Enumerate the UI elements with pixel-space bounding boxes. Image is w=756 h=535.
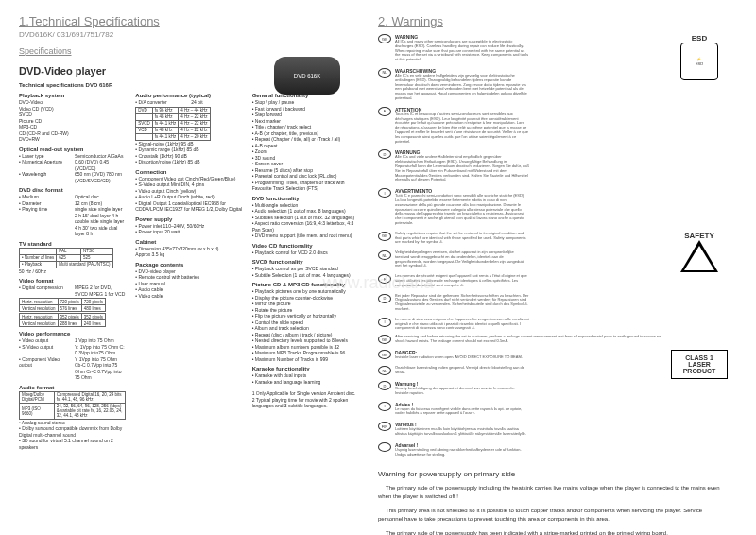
notice: GBWARNINGAll ICs and many other semicond… xyxy=(378,34,529,62)
list-item: • Maximum MP3 Tracks Programmable is 96 xyxy=(252,350,359,356)
general-func-list: • Stop / play / pause• Fast forward / ba… xyxy=(252,99,359,192)
audio-perf-title: Audio performance (typical) xyxy=(135,93,242,98)
connection-title: Connection xyxy=(135,169,242,175)
notice: NLOnzichtbare laserstraling indien geope… xyxy=(378,366,529,375)
psu-para: The primary side of the powersupply incl… xyxy=(378,484,728,501)
esd-row: GBWARNINGAll ICs and many other semicond… xyxy=(378,34,728,226)
list-item: • Digital Output 1 coaxial/optical IEC95… xyxy=(135,200,242,213)
notice: DBei jeder Reparatur sind die geltenden … xyxy=(378,294,529,312)
esd-icon: ⚡ESD xyxy=(680,43,718,80)
notice-text: Safety regulations require that the set … xyxy=(395,232,529,245)
package-title: Package contents xyxy=(135,262,242,268)
lang-badge: I xyxy=(378,402,391,411)
lang-badge: NL xyxy=(378,68,391,78)
list-item: • Audio selection (1 out of max. 8 langu… xyxy=(252,208,359,215)
video-dvd-table: Horiz. resolution720 pixels720 pixels Ve… xyxy=(19,298,106,312)
list-item: • Aspect ratio conversion (16:9, 4:3 let… xyxy=(252,220,359,233)
lang-badge: GB xyxy=(378,335,391,344)
left-heading: 1.Technical Specifications xyxy=(19,14,359,28)
audio-format-table: Mpeg/Dolby Digital/PCMCompressed Digital… xyxy=(19,391,126,420)
video-vcd-table: Horiz. resolution352 pixels352 pixels Ve… xyxy=(19,313,106,327)
safety-row: GBSafety regulations require that the se… xyxy=(378,232,728,345)
safety-notices: GBSafety regulations require that the se… xyxy=(378,232,662,345)
notice-text: Gravity beschädigung der apparaat et dom… xyxy=(395,387,529,396)
lang-badge: F xyxy=(378,274,391,284)
notice: ILe norme di sicurezza esigono che l'app… xyxy=(378,318,529,331)
notice: FLes normes de sécurité exigent que l'ap… xyxy=(378,274,529,287)
psu-warning-heading: Warning for powersupply on primary side xyxy=(378,470,728,478)
spec-row: • Numerical Aperture0.60 (DVD) 0.45 (VCD… xyxy=(19,159,126,171)
spec-row: • Playing timesingle side single layer 2… xyxy=(19,206,126,237)
lang-badge xyxy=(378,442,391,452)
danger-notices: GBDANGER:Invisible laser radiation when … xyxy=(378,350,662,457)
list-item: • Karaoke and language learning xyxy=(252,379,359,386)
notice-text: Tous les IC et beaucoup d'autres semi-co… xyxy=(395,112,529,145)
psu-para: The primary side of the powersupply has … xyxy=(378,529,728,535)
lang-badge: I xyxy=(378,318,391,327)
esd-notices: GBWARNINGAll ICs and many other semicond… xyxy=(378,34,662,226)
notice-text: Les normes de sécurité exigent que l'app… xyxy=(395,274,529,287)
spec-subhead: Specifications xyxy=(19,46,359,56)
spec-row: • Wavelength650 nm (DVD) 780 nm (VCD/SVC… xyxy=(19,171,126,183)
lang-badge: NL xyxy=(378,366,391,375)
tv-std-title: TV standard xyxy=(19,241,126,247)
spec-row: • Component Video outputY 1Vpp into 75 O… xyxy=(19,356,126,381)
notice: NLVeiligheidsbepalingen vereisen, dat he… xyxy=(378,250,529,268)
psu-para: This primary area is not shielded so it … xyxy=(378,507,728,524)
page-spread: 1.Technical Specifications DVD616K/ 031/… xyxy=(0,0,756,535)
disc-badge: DVD 616K xyxy=(274,57,340,95)
notice: GBDANGER:Invisible laser radiation when … xyxy=(378,350,529,360)
tv-std-table: PALNTSC • Number of lines625525 • Playba… xyxy=(19,248,113,268)
svcd-func-title: SVCD functionality xyxy=(252,259,359,265)
spec-row: • Digital compressionMPEG 2 for DVD, SVC… xyxy=(19,285,126,297)
notice: DWarnung !Gravity beschädigung der appar… xyxy=(378,381,529,396)
footnote: 1 Only Applicable for Single version Amb… xyxy=(252,390,359,397)
notice: GBSafety regulations require that the se… xyxy=(378,232,529,245)
audio-perf-table: DVDfs 96 kHz4 Hz – 44 kHz fs 48 kHz4 Hz … xyxy=(135,107,210,141)
notice: FINVaroitus !Laitteen käyttäminen muulla… xyxy=(378,422,529,437)
notice-text: Laitteen käyttäminen muulla kuin käyttöo… xyxy=(395,427,529,437)
karaoke-title: Karaoke functionality xyxy=(252,366,359,371)
lang-badge: GB xyxy=(378,350,391,359)
video-perf-rows: • Video output1 Vpp into 75 Ohm • S-Vide… xyxy=(19,337,126,381)
video-format-title: Video format xyxy=(19,278,126,284)
model-line: DVD616K/ 031/691/751/782 xyxy=(19,30,359,39)
list-item: • Video cable xyxy=(135,293,242,300)
spec-col-b: Audio performance (typical) • D/A conver… xyxy=(135,89,242,450)
list-item: DVD+RW xyxy=(19,136,126,143)
esd-label: ESD xyxy=(692,34,707,43)
playback-list: DVD-Video Video CD (VCD) SVCD Picture CD… xyxy=(19,99,126,143)
list-item: • DVD menu support (title menu and root … xyxy=(252,233,359,239)
notice-text: Invisible laser radiation when open. AVO… xyxy=(395,355,529,360)
list-item: • Maximum Number of Tracks is 999 xyxy=(252,356,359,363)
cleaning-notice: GB After servicing and before returning … xyxy=(378,335,662,344)
list-item: • Nested directory levels supported to 8… xyxy=(252,337,359,344)
notice-text: Onzichtbare laserstraling indien geopend… xyxy=(395,366,529,375)
video-perf-title: Video performance xyxy=(19,331,126,337)
playback-system-title: Playback system xyxy=(19,93,126,98)
notice: IAdvies !Le rayon du faisceau non rêgent… xyxy=(378,402,529,417)
tv-std-extra: 50 Hz / 60Hz xyxy=(19,268,126,275)
optical-rows: • Laser typeSemiconductor AlGaAs • Numer… xyxy=(19,153,126,184)
list-item: • Distortion/noise (1kHz) 85 dB xyxy=(135,159,242,165)
notice: NLWAARSCHUWINGAlle IC's en vele andere h… xyxy=(378,68,529,101)
audio-format-title: Audio format xyxy=(19,385,126,390)
notice-text: Le norme di sicurezza esigono che l'appa… xyxy=(395,318,529,331)
list-item: • Power input 20 watt xyxy=(135,229,242,235)
pic-mp3-title: Picture CD & MP3 CD functionality xyxy=(252,282,359,287)
lang-badge: F xyxy=(378,107,391,116)
list-item: • Subtitle Selection (1 out of max. 4 la… xyxy=(252,272,359,279)
notice-text: Bei jeder Reparatur sind die geltenden S… xyxy=(395,294,529,312)
notice-text: After servicing and before returning the… xyxy=(395,335,662,344)
laser-row: GBDANGER:Invisible laser radiation when … xyxy=(378,350,728,457)
notice-text: All ICs and many other semiconductors ar… xyxy=(395,40,529,62)
lang-badge: NL xyxy=(378,250,391,260)
lang-badge: GB xyxy=(378,34,391,43)
lang-badge: D xyxy=(378,294,391,303)
optical-title: Optical read-out system xyxy=(19,147,126,152)
list-item: • Dolby surround compatible downmix from… xyxy=(19,425,126,438)
safety-label: SAFETY xyxy=(684,232,714,240)
dvd-disc-title: DVD disc format xyxy=(19,187,126,193)
right-heading: 2. Warnings xyxy=(378,14,728,28)
notice-text: Veiligheidsbepalingen vereisen, dat het … xyxy=(395,250,529,268)
